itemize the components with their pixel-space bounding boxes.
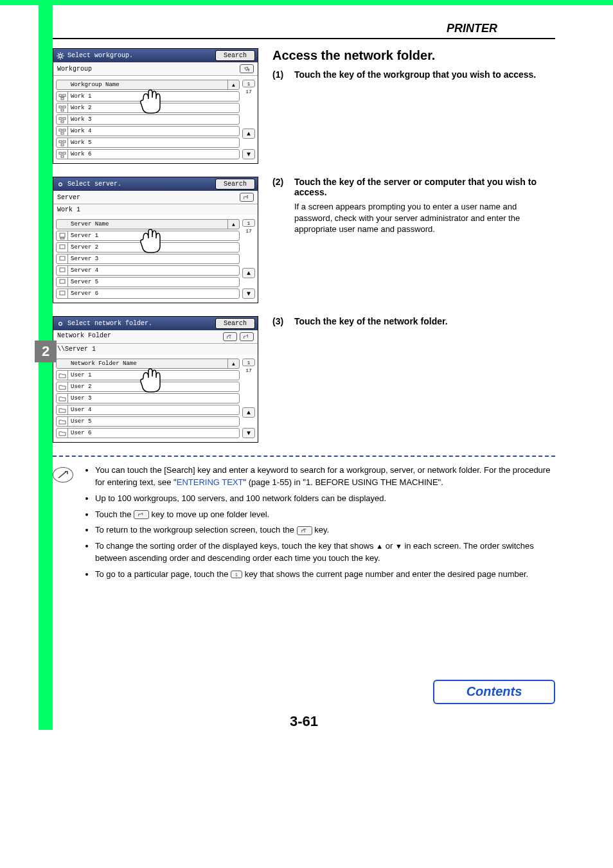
breadcrumb-label: Network Folder [57,332,220,341]
page-total: 17 [242,368,255,375]
page-header: PRINTER [39,5,555,39]
svg-rect-19 [59,118,62,120]
breadcrumb-label: Workgroup [57,66,92,73]
breadcrumb-path: Work 1 [57,206,80,213]
note-item: Touch the key to move up one folder leve… [95,509,555,521]
top-accent-bar [0,0,613,5]
svg-rect-22 [59,129,62,131]
workgroup-icon [57,138,68,147]
up-level-button[interactable] [240,193,254,202]
sort-desc-icon: ▼ [395,542,402,550]
scroll-down-button[interactable]: ▼ [242,288,255,299]
hand-pointer-icon [137,227,163,255]
page-number-button[interactable]: 1 [242,80,255,87]
svg-rect-20 [63,118,66,120]
svg-rect-29 [63,152,66,154]
list-item[interactable]: Work 3 [56,114,240,125]
list-item[interactable]: Server 5 [56,277,240,287]
sort-asc-icon: ▲ [227,220,239,229]
folder-icon [57,371,68,380]
scroll-up-button[interactable]: ▲ [242,268,255,278]
server-icon [57,254,68,263]
page-total: 17 [242,89,255,96]
list-item[interactable]: User 4 [56,405,240,415]
scroll-up-button[interactable]: ▲ [242,128,255,139]
note-item: To change the sorting order of the displ… [95,540,555,565]
svg-rect-9 [59,94,62,96]
svg-rect-21 [61,121,64,123]
gear-icon [56,51,65,60]
list-item[interactable]: Server 6 [56,288,240,299]
search-button[interactable]: Search [215,50,255,61]
left-accent-bar [39,0,53,730]
note-item: To return to the workgroup selection scr… [95,524,555,536]
scroll-down-button[interactable]: ▼ [242,149,255,159]
page-number: 3-61 [53,713,555,730]
sort-asc-icon: ▲ [227,359,239,368]
search-button[interactable]: Search [215,318,255,329]
panel-title: Select workgroup. [67,52,213,59]
folder-icon [57,394,68,403]
svg-rect-25 [59,141,62,143]
svg-rect-26 [63,141,66,143]
up-level-button[interactable] [240,332,254,341]
list-item[interactable]: Work 4 [56,126,240,136]
search-button[interactable]: Search [215,179,255,190]
step2-text: Touch the key of the server or computer … [294,177,555,197]
svg-point-0 [59,54,62,57]
gear-icon [56,319,65,328]
step2-num: (2) [272,177,289,197]
contents-button[interactable]: Contents [433,680,555,704]
list-item[interactable]: Work 5 [56,137,240,148]
scroll-down-button[interactable]: ▼ [242,428,255,438]
list-item[interactable]: Server 3 [56,254,240,264]
svg-text:1: 1 [235,572,238,577]
notes-list: You can touch the [Search] key and enter… [84,465,555,585]
step3-num: (3) [272,316,289,326]
svg-rect-17 [63,106,66,108]
svg-line-7 [58,57,59,58]
list-item[interactable]: Server 4 [56,265,240,276]
list-item[interactable]: User 5 [56,416,240,427]
list-item[interactable]: Work 6 [56,149,240,159]
page-number-button[interactable]: 1 [242,359,255,366]
folder-icon [57,382,68,391]
server-icon [57,278,68,287]
svg-rect-24 [61,132,64,134]
svg-rect-35 [60,256,65,260]
panel-title: Select network folder. [67,320,213,327]
svg-rect-11 [61,98,64,100]
panel-title: Select server. [67,181,213,188]
scroll-up-button[interactable]: ▲ [242,407,255,418]
folder-screen: Select network folder. Search Network Fo… [53,316,258,443]
page-number-button[interactable]: 1 [242,219,255,227]
server-icon [57,289,68,298]
svg-line-6 [62,57,63,58]
workgroup-icon [57,92,68,101]
folder-icon [57,405,68,414]
svg-rect-27 [61,144,64,146]
svg-rect-10 [63,94,66,96]
sort-asc-icon: ▲ [376,542,383,550]
svg-rect-32 [60,233,65,237]
folder-icon [57,417,68,426]
entering-text-link[interactable]: ENTERING TEXT [177,477,244,487]
svg-point-39 [59,322,62,325]
server-icon [57,266,68,275]
workgroup-icon [57,127,68,136]
svg-line-5 [58,53,59,54]
breadcrumb-path: \\Server 1 [57,346,96,353]
svg-rect-28 [59,152,62,154]
home-button[interactable] [223,332,237,341]
breadcrumb-label: Server [57,194,80,201]
note-item: Up to 100 workgroups, 100 servers, and 1… [95,493,555,505]
svg-line-8 [62,53,63,54]
up-level-key-icon [134,510,149,519]
up-level-button[interactable] [240,64,254,73]
svg-point-31 [59,182,62,186]
sort-asc-icon: ▲ [227,80,239,89]
list-item[interactable]: User 3 [56,393,240,403]
list-item[interactable]: User 6 [56,428,240,438]
page-num-key-icon: 1 [231,571,242,578]
hand-pointer-icon [137,366,163,394]
